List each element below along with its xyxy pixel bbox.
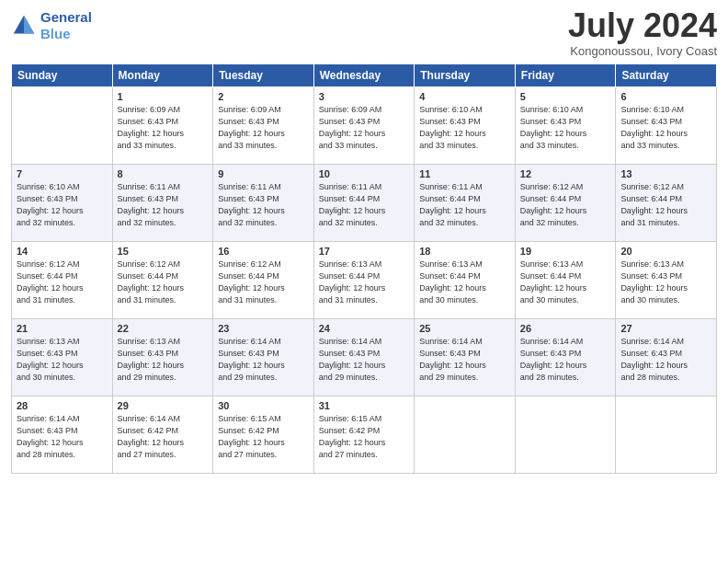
day-info: Sunrise: 6:11 AMSunset: 6:44 PMDaylight:… xyxy=(319,181,410,229)
table-row xyxy=(12,87,113,165)
day-number: 19 xyxy=(520,246,611,257)
day-number: 5 xyxy=(520,91,611,102)
day-info: Sunrise: 6:14 AMSunset: 6:43 PMDaylight:… xyxy=(17,413,108,461)
day-info: Sunrise: 6:09 AMSunset: 6:43 PMDaylight:… xyxy=(118,104,209,152)
day-number: 22 xyxy=(118,323,209,334)
day-number: 27 xyxy=(620,323,711,334)
day-number: 16 xyxy=(218,246,309,257)
table-row: 16Sunrise: 6:12 AMSunset: 6:44 PMDayligh… xyxy=(213,242,314,319)
logo-icon xyxy=(11,13,37,39)
day-info: Sunrise: 6:13 AMSunset: 6:44 PMDaylight:… xyxy=(319,259,410,306)
day-number: 2 xyxy=(218,91,309,102)
day-info: Sunrise: 6:14 AMSunset: 6:43 PMDaylight:… xyxy=(218,336,309,384)
calendar-table: Sunday Monday Tuesday Wednesday Thursday… xyxy=(11,63,717,474)
day-number: 14 xyxy=(17,246,108,257)
table-row: 9Sunrise: 6:11 AMSunset: 6:43 PMDaylight… xyxy=(213,165,314,242)
day-number: 6 xyxy=(620,91,711,102)
day-number: 23 xyxy=(218,323,309,334)
day-info: Sunrise: 6:13 AMSunset: 6:43 PMDaylight:… xyxy=(620,259,711,306)
day-number: 8 xyxy=(118,168,209,179)
day-number: 7 xyxy=(17,168,108,179)
header-tuesday: Tuesday xyxy=(213,64,314,87)
table-row: 27Sunrise: 6:14 AMSunset: 6:43 PMDayligh… xyxy=(616,319,717,396)
table-row: 3Sunrise: 6:09 AMSunset: 6:43 PMDaylight… xyxy=(313,87,415,165)
table-row: 20Sunrise: 6:13 AMSunset: 6:43 PMDayligh… xyxy=(616,242,717,319)
day-info: Sunrise: 6:14 AMSunset: 6:42 PMDaylight:… xyxy=(118,413,209,461)
day-info: Sunrise: 6:14 AMSunset: 6:43 PMDaylight:… xyxy=(620,336,711,384)
table-row xyxy=(415,396,516,474)
table-row: 2Sunrise: 6:09 AMSunset: 6:43 PMDaylight… xyxy=(213,87,314,165)
day-info: Sunrise: 6:12 AMSunset: 6:44 PMDaylight:… xyxy=(620,181,711,229)
table-row: 8Sunrise: 6:11 AMSunset: 6:43 PMDaylight… xyxy=(112,165,213,242)
table-row: 30Sunrise: 6:15 AMSunset: 6:42 PMDayligh… xyxy=(213,396,314,474)
day-info: Sunrise: 6:11 AMSunset: 6:43 PMDaylight:… xyxy=(118,181,209,229)
day-number: 9 xyxy=(218,168,309,179)
day-number: 15 xyxy=(118,246,209,257)
table-row: 19Sunrise: 6:13 AMSunset: 6:44 PMDayligh… xyxy=(515,242,616,319)
table-row: 21Sunrise: 6:13 AMSunset: 6:43 PMDayligh… xyxy=(12,319,113,396)
day-info: Sunrise: 6:13 AMSunset: 6:43 PMDaylight:… xyxy=(17,336,108,384)
header-saturday: Saturday xyxy=(616,64,717,87)
location: Kongonoussou, Ivory Coast xyxy=(568,44,717,58)
table-row: 25Sunrise: 6:14 AMSunset: 6:43 PMDayligh… xyxy=(415,319,516,396)
header-sunday: Sunday xyxy=(12,64,113,87)
day-number: 29 xyxy=(118,400,209,411)
table-row: 31Sunrise: 6:15 AMSunset: 6:42 PMDayligh… xyxy=(313,396,415,474)
table-row: 18Sunrise: 6:13 AMSunset: 6:44 PMDayligh… xyxy=(415,242,516,319)
table-row: 17Sunrise: 6:13 AMSunset: 6:44 PMDayligh… xyxy=(313,242,415,319)
day-number: 18 xyxy=(419,246,510,257)
day-info: Sunrise: 6:10 AMSunset: 6:43 PMDaylight:… xyxy=(419,104,510,152)
day-info: Sunrise: 6:13 AMSunset: 6:44 PMDaylight:… xyxy=(419,259,510,306)
table-row: 22Sunrise: 6:13 AMSunset: 6:43 PMDayligh… xyxy=(112,319,213,396)
day-number: 3 xyxy=(319,91,410,102)
day-number: 28 xyxy=(17,400,108,411)
day-number: 12 xyxy=(520,168,611,179)
day-info: Sunrise: 6:11 AMSunset: 6:44 PMDaylight:… xyxy=(419,181,510,229)
table-row: 4Sunrise: 6:10 AMSunset: 6:43 PMDaylight… xyxy=(415,87,516,165)
table-row xyxy=(515,396,616,474)
day-number: 31 xyxy=(319,400,410,411)
day-number: 25 xyxy=(419,323,510,334)
day-info: Sunrise: 6:10 AMSunset: 6:43 PMDaylight:… xyxy=(620,104,711,152)
table-row: 14Sunrise: 6:12 AMSunset: 6:44 PMDayligh… xyxy=(12,242,113,319)
table-row: 26Sunrise: 6:14 AMSunset: 6:43 PMDayligh… xyxy=(515,319,616,396)
day-info: Sunrise: 6:12 AMSunset: 6:44 PMDaylight:… xyxy=(520,181,611,229)
day-number: 20 xyxy=(620,246,711,257)
header: General Blue July 2024 Kongonoussou, Ivo… xyxy=(11,9,717,58)
day-number: 26 xyxy=(520,323,611,334)
day-info: Sunrise: 6:13 AMSunset: 6:44 PMDaylight:… xyxy=(520,259,611,306)
day-info: Sunrise: 6:14 AMSunset: 6:43 PMDaylight:… xyxy=(319,336,410,384)
day-number: 17 xyxy=(319,246,410,257)
table-row: 1Sunrise: 6:09 AMSunset: 6:43 PMDaylight… xyxy=(112,87,213,165)
day-number: 21 xyxy=(17,323,108,334)
logo: General Blue xyxy=(11,9,92,42)
day-number: 10 xyxy=(319,168,410,179)
day-info: Sunrise: 6:11 AMSunset: 6:43 PMDaylight:… xyxy=(218,181,309,229)
day-info: Sunrise: 6:10 AMSunset: 6:43 PMDaylight:… xyxy=(520,104,611,152)
table-row: 15Sunrise: 6:12 AMSunset: 6:44 PMDayligh… xyxy=(112,242,213,319)
table-row: 6Sunrise: 6:10 AMSunset: 6:43 PMDaylight… xyxy=(616,87,717,165)
day-info: Sunrise: 6:09 AMSunset: 6:43 PMDaylight:… xyxy=(218,104,309,152)
day-info: Sunrise: 6:12 AMSunset: 6:44 PMDaylight:… xyxy=(118,259,209,306)
header-wednesday: Wednesday xyxy=(313,64,415,87)
title-block: July 2024 Kongonoussou, Ivory Coast xyxy=(568,9,717,58)
day-info: Sunrise: 6:12 AMSunset: 6:44 PMDaylight:… xyxy=(17,259,108,306)
day-info: Sunrise: 6:12 AMSunset: 6:44 PMDaylight:… xyxy=(218,259,309,306)
day-number: 1 xyxy=(118,91,209,102)
day-number: 30 xyxy=(218,400,309,411)
table-row xyxy=(616,396,717,474)
header-thursday: Thursday xyxy=(415,64,516,87)
table-row: 11Sunrise: 6:11 AMSunset: 6:44 PMDayligh… xyxy=(415,165,516,242)
svg-marker-1 xyxy=(24,16,34,34)
table-row: 29Sunrise: 6:14 AMSunset: 6:42 PMDayligh… xyxy=(112,396,213,474)
table-row: 23Sunrise: 6:14 AMSunset: 6:43 PMDayligh… xyxy=(213,319,314,396)
day-number: 11 xyxy=(419,168,510,179)
day-number: 13 xyxy=(620,168,711,179)
day-info: Sunrise: 6:15 AMSunset: 6:42 PMDaylight:… xyxy=(218,413,309,461)
page-container: General Blue July 2024 Kongonoussou, Ivo… xyxy=(0,0,728,481)
day-info: Sunrise: 6:09 AMSunset: 6:43 PMDaylight:… xyxy=(319,104,410,152)
table-row: 28Sunrise: 6:14 AMSunset: 6:43 PMDayligh… xyxy=(12,396,113,474)
table-row: 10Sunrise: 6:11 AMSunset: 6:44 PMDayligh… xyxy=(313,165,415,242)
table-row: 5Sunrise: 6:10 AMSunset: 6:43 PMDaylight… xyxy=(515,87,616,165)
table-row: 7Sunrise: 6:10 AMSunset: 6:43 PMDaylight… xyxy=(12,165,113,242)
